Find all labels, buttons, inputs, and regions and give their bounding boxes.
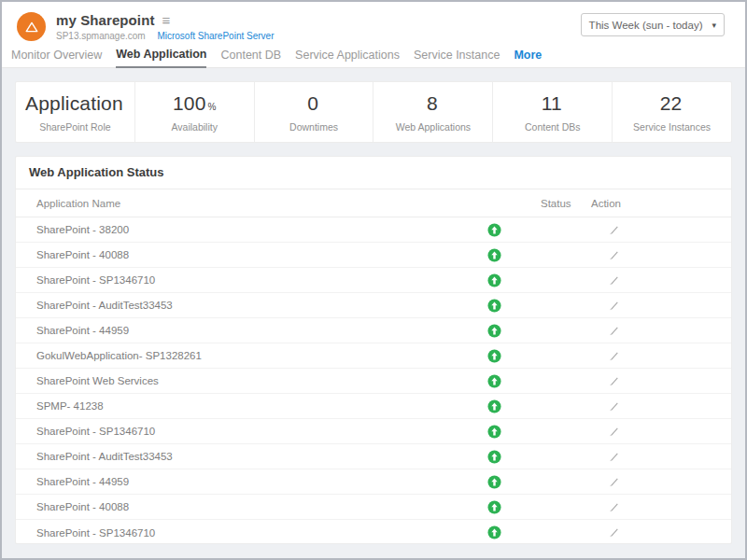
edit-pencil-icon[interactable] xyxy=(608,274,620,287)
status-cell xyxy=(412,475,576,489)
hamburger-menu-icon[interactable]: ≡ xyxy=(162,12,171,28)
sharepoint-monitor-logo-icon xyxy=(17,12,46,41)
edit-pencil-icon[interactable] xyxy=(608,300,620,312)
monitor-host: SP13.spmanage.com xyxy=(56,31,146,41)
edit-pencil-icon[interactable] xyxy=(608,400,620,413)
edit-pencil-icon[interactable] xyxy=(608,375,620,387)
status-up-icon xyxy=(487,475,501,489)
status-cell xyxy=(412,223,576,237)
server-type-link[interactable]: Microsoft SharePoint Server xyxy=(157,31,274,41)
status-up-icon xyxy=(487,425,501,439)
tab-more[interactable]: More xyxy=(514,49,542,67)
monitor-header: my Sharepoint ≡ SP13.spmanage.com Micros… xyxy=(2,2,745,45)
monitor-identity: my Sharepoint ≡ SP13.spmanage.com Micros… xyxy=(17,12,274,41)
table-row: SharePoint - AuditTest33453 xyxy=(16,293,731,318)
status-cell xyxy=(412,525,576,539)
column-header-action: Action xyxy=(591,198,628,209)
monitor-title: my Sharepoint xyxy=(56,12,155,28)
date-range-dropdown[interactable]: This Week (sun - today) ▾ xyxy=(581,13,725,36)
status-cell xyxy=(412,425,576,439)
action-cell xyxy=(576,526,651,539)
status-cell xyxy=(412,349,576,363)
status-up-icon xyxy=(487,349,501,363)
table-row: SharePoint - SP1346710 xyxy=(16,520,731,544)
stat-label: Web Applications xyxy=(374,121,492,133)
status-up-icon xyxy=(487,450,501,464)
status-cell xyxy=(412,500,576,514)
main-content: Application SharePoint Role 100% Availab… xyxy=(2,68,745,558)
stat-value: 8 xyxy=(427,92,438,114)
action-cell xyxy=(576,350,651,362)
status-up-icon xyxy=(487,248,501,262)
date-range-value: This Week (sun - today) xyxy=(589,20,703,31)
status-cell xyxy=(412,450,576,464)
stat-item: 100% Availability xyxy=(134,82,254,142)
action-cell xyxy=(576,400,651,413)
application-name[interactable]: SharePoint - 44959 xyxy=(36,325,412,336)
tab-service-applications[interactable]: Service Applications xyxy=(295,49,400,67)
application-name[interactable]: SharePoint - 40088 xyxy=(36,501,412,512)
table-row: SharePoint Web Services xyxy=(16,369,731,394)
table-row: SharePoint - 44959 xyxy=(16,469,731,495)
application-name[interactable]: SharePoint - 40088 xyxy=(36,249,412,260)
stat-label: SharePoint Role xyxy=(16,121,134,133)
tab-web-application[interactable]: Web Application xyxy=(116,48,206,68)
tab-monitor-overview[interactable]: Monitor Overview xyxy=(11,49,102,67)
edit-pencil-icon[interactable] xyxy=(608,451,620,463)
application-name[interactable]: SPMP- 41238 xyxy=(36,400,412,412)
table-row: SharePoint - SP1346710 xyxy=(16,419,731,444)
tab-content-db[interactable]: Content DB xyxy=(220,49,281,67)
application-name[interactable]: SharePoint - AuditTest33453 xyxy=(36,451,412,462)
application-name[interactable]: SharePoint - 38200 xyxy=(36,224,412,235)
table-header-row: Application Name Status Action xyxy=(16,189,731,217)
status-up-icon xyxy=(487,374,501,388)
application-name[interactable]: SharePoint - 44959 xyxy=(36,476,412,487)
stat-suffix: % xyxy=(208,102,217,112)
stat-item: 8 Web Applications xyxy=(373,82,492,142)
stat-item: 22 Service Instances xyxy=(612,82,731,142)
status-up-icon xyxy=(487,223,501,237)
stat-item: Application SharePoint Role xyxy=(16,82,134,142)
status-up-icon xyxy=(487,525,501,539)
stat-value: 100 xyxy=(173,92,206,114)
table-row: SharePoint - SP1346710 xyxy=(16,268,731,293)
status-cell xyxy=(412,399,576,413)
edit-pencil-icon[interactable] xyxy=(608,325,620,337)
edit-pencil-icon[interactable] xyxy=(608,249,620,261)
tab-service-instance[interactable]: Service Instance xyxy=(414,49,500,67)
status-cell xyxy=(412,248,576,262)
edit-pencil-icon[interactable] xyxy=(608,224,620,236)
edit-pencil-icon[interactable] xyxy=(608,526,620,539)
edit-pencil-icon[interactable] xyxy=(608,476,620,488)
edit-pencil-icon[interactable] xyxy=(608,501,620,513)
status-up-icon xyxy=(487,324,501,338)
action-cell xyxy=(576,325,651,337)
application-name[interactable]: GokulWebApplication- SP1328261 xyxy=(36,350,412,361)
warning-triangle-icon xyxy=(25,21,38,33)
application-name[interactable]: SharePoint - SP1346710 xyxy=(36,527,412,539)
stat-value: 0 xyxy=(307,92,318,114)
status-cell xyxy=(412,273,576,287)
application-name[interactable]: SharePoint Web Services xyxy=(36,375,412,386)
status-up-icon xyxy=(487,500,501,514)
table-row: SharePoint - 40088 xyxy=(16,243,731,268)
app-window: my Sharepoint ≡ SP13.spmanage.com Micros… xyxy=(0,0,747,560)
stat-value: Application xyxy=(25,92,123,114)
tab-bar: Monitor OverviewWeb ApplicationContent D… xyxy=(2,45,745,68)
application-name[interactable]: SharePoint - AuditTest33453 xyxy=(36,300,412,311)
action-cell xyxy=(576,249,651,261)
stat-value: 22 xyxy=(660,92,683,114)
edit-pencil-icon[interactable] xyxy=(608,350,620,362)
application-name[interactable]: SharePoint - SP1346710 xyxy=(36,274,412,286)
stat-label: Downtimes xyxy=(255,121,374,133)
action-cell xyxy=(576,224,651,236)
action-cell xyxy=(576,274,651,287)
action-cell xyxy=(576,476,651,488)
application-name[interactable]: SharePoint - SP1346710 xyxy=(36,426,412,437)
action-cell xyxy=(576,426,651,438)
action-cell xyxy=(576,501,651,513)
edit-pencil-icon[interactable] xyxy=(608,426,620,438)
table-row: SharePoint - AuditTest33453 xyxy=(16,444,731,469)
action-cell xyxy=(576,451,651,463)
status-up-icon xyxy=(487,299,501,313)
